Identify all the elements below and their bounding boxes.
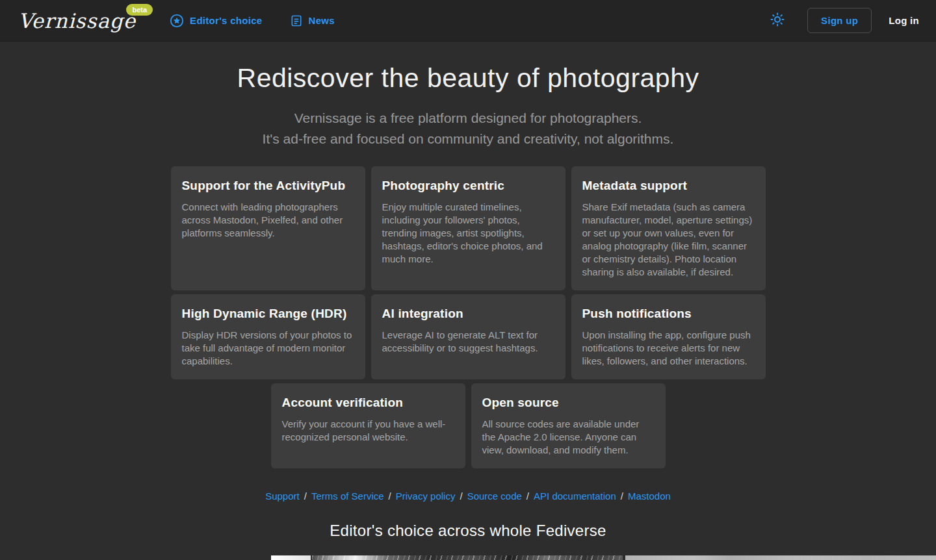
gallery-photo-bright[interactable] — [271, 555, 311, 560]
hero-subtitle: Vernissage is a free platform designed f… — [0, 108, 936, 149]
feature-description: Share Exif metadata (such as camera manu… — [582, 201, 754, 279]
feature-card-hdr: High Dynamic Range (HDR) Display HDR ver… — [171, 294, 365, 379]
logo[interactable]: Vernissage beta — [18, 9, 136, 32]
footer-link-api-docs[interactable]: API documentation — [534, 490, 616, 502]
footer-links: Support/Terms of Service/Privacy policy/… — [0, 490, 936, 502]
feature-card-ai-integration: AI integration Leverage AI to generate A… — [371, 294, 566, 379]
navbar-right: Sign up Log in — [767, 8, 919, 33]
footer-separator: / — [526, 490, 529, 502]
nav-editors-choice-label: Editor's choice — [190, 15, 262, 26]
feature-description: Verify your account if you have a well-r… — [282, 418, 454, 444]
nav-news-label: News — [309, 15, 335, 26]
page-title: Rediscover the beauty of photography — [0, 63, 936, 94]
nav-links: Editor's choice News — [170, 14, 335, 28]
feature-description: Display HDR versions of your photos to t… — [182, 329, 354, 368]
logo-text: Vernissage — [18, 9, 136, 32]
footer-link-support[interactable]: Support — [265, 490, 300, 502]
feature-title: Account verification — [282, 396, 454, 410]
feature-description: Connect with leading photographers acros… — [182, 201, 354, 240]
theme-toggle-button[interactable] — [767, 9, 788, 32]
feature-card-open-source: Open source All source codes are availab… — [471, 383, 666, 468]
gallery-photo-dark-grayscale[interactable] — [312, 555, 623, 560]
navbar: Vernissage beta Editor's choice — [0, 0, 936, 42]
hero-subtitle-line-1: Vernissage is a free platform designed f… — [0, 108, 936, 129]
feature-card-photography-centric: Photography centric Enjoy multiple curat… — [371, 166, 566, 290]
footer-separator: / — [389, 490, 391, 502]
nav-editors-choice[interactable]: Editor's choice — [170, 14, 262, 28]
feature-description: Leverage AI to generate ALT text for acc… — [382, 329, 554, 355]
feature-title: Support for the ActivityPub — [182, 179, 354, 193]
footer-separator: / — [621, 490, 623, 502]
features-grid: Support for the ActivityPub Connect with… — [171, 166, 766, 379]
sign-up-button[interactable]: Sign up — [807, 8, 872, 33]
feature-description: Enjoy multiple curated timelines, includ… — [382, 201, 554, 266]
feature-title: AI integration — [382, 307, 554, 321]
hero-subtitle-line-2: It's ad-free and focused on community an… — [0, 129, 936, 149]
hero-section: Rediscover the beauty of photography Ver… — [0, 63, 936, 149]
features-secondary-row: Account verification Verify your account… — [171, 383, 766, 468]
star-circle-icon — [170, 14, 184, 28]
navbar-left: Vernissage beta Editor's choice — [18, 9, 335, 32]
beta-badge: beta — [126, 4, 153, 16]
feature-card-activitypub: Support for the ActivityPub Connect with… — [171, 166, 365, 290]
log-in-link[interactable]: Log in — [889, 15, 919, 26]
feature-card-account-verification: Account verification Verify your account… — [271, 383, 465, 468]
feature-title: Metadata support — [582, 179, 754, 193]
sun-icon — [770, 12, 785, 29]
gallery-photo-strip — [0, 555, 936, 560]
footer-link-privacy[interactable]: Privacy policy — [396, 490, 456, 502]
footer-link-terms[interactable]: Terms of Service — [311, 490, 384, 502]
feature-title: Open source — [482, 396, 654, 410]
feature-description: All source codes are available under the… — [482, 418, 654, 457]
feature-description: Upon installing the app, configure push … — [582, 329, 754, 368]
footer-link-mastodon[interactable]: Mastodon — [628, 490, 671, 502]
feature-title: Push notifications — [582, 307, 754, 321]
main-content: Rediscover the beauty of photography Ver… — [0, 63, 936, 540]
feature-card-metadata-support: Metadata support Share Exif metadata (su… — [571, 166, 766, 290]
feature-card-push-notifications: Push notifications Upon installing the a… — [571, 294, 766, 379]
footer-separator: / — [460, 490, 462, 502]
gallery-heading: Editor's choice across whole Fediverse — [0, 522, 936, 540]
nav-news[interactable]: News — [290, 14, 335, 27]
feature-title: Photography centric — [382, 179, 554, 193]
feature-title: High Dynamic Range (HDR) — [182, 307, 354, 321]
footer-separator: / — [304, 490, 307, 502]
gallery-photo-light-gray[interactable] — [625, 555, 936, 560]
news-icon — [290, 14, 303, 27]
footer-link-source-code[interactable]: Source code — [467, 490, 522, 502]
